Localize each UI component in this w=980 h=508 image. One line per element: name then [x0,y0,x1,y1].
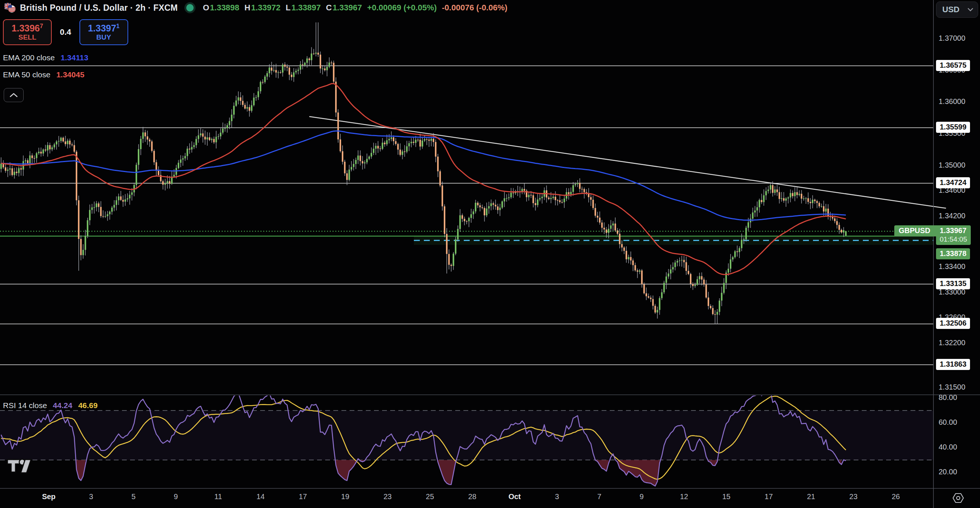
current-price-label: 1.3396701:54:05 [936,225,971,245]
ema200-value: 1.34113 [60,53,88,62]
high-value: 1.33972 [251,3,280,13]
open-value: 1.33898 [210,3,239,13]
time-tick-label: 3 [89,492,93,501]
time-tick-label: 12 [680,492,688,501]
time-tick-label: 23 [849,492,858,501]
chart-header: British Pound / U.S. Dollar · 2h · FXCM … [4,2,508,13]
time-tick-label: 3 [555,492,559,501]
time-tick-label: 23 [383,492,392,501]
chevron-up-icon [10,94,17,97]
buy-button[interactable]: 1.33971 BUY [80,19,128,45]
zone-price-label: 1.33878 [936,248,970,259]
rsi-tick-label: 80.00 [939,393,957,402]
candle-bodies [0,53,846,315]
close-value: 1.33967 [332,3,362,13]
time-tick-label: 19 [341,492,349,501]
current-price-symbol-tag: GBPUSD [894,225,937,236]
time-tick-label: 9 [640,492,644,501]
price-axis[interactable]: 1.370001.365001.360001.355001.350001.346… [934,0,980,489]
time-tick-label: 25 [426,492,434,501]
price-level-label: 1.32506 [936,318,970,329]
price-tick-label: 1.34200 [939,212,965,220]
time-tick-label: 11 [214,492,222,501]
ohlc-readout: O1.33898 H1.33972 L1.33897 C1.33967 +0.0… [203,3,508,13]
bar-countdown: 01:54:05 [940,235,967,243]
chart-canvas[interactable] [0,0,980,508]
bar-change: +0.00069 (+0.05%) [367,3,436,13]
time-tick-label: 14 [256,492,264,501]
time-tick-label: 17 [299,492,307,501]
price-tick-label: 1.37000 [939,34,965,43]
rsi-band-fill [0,410,934,460]
ema50-legend[interactable]: EMA 50 close 1.34045 [3,70,84,79]
axis-settings-button[interactable] [952,492,964,505]
time-tick-label: 15 [722,492,730,501]
price-tick-label: 1.32200 [939,339,965,347]
rsi-oversold-fill [336,460,356,481]
rsi-tick-label: 60.00 [939,418,957,427]
price-level-label: 1.31863 [936,359,970,370]
time-tick-label: Sep [42,492,56,501]
price-tick-label: 1.33400 [939,262,965,271]
ema50-value: 1.34045 [56,70,84,79]
spread-value: 0.4 [60,27,71,37]
price-level-label: 1.33135 [936,278,970,289]
chart-window: British Pound / U.S. Dollar · 2h · FXCM … [0,0,980,508]
ema200-legend[interactable]: EMA 200 close 1.34113 [3,53,88,62]
rsi-oversold-fill [438,460,456,484]
price-tick-label: 1.36000 [939,97,965,106]
collapse-legend-button[interactable] [4,88,24,102]
session-change: -0.00076 (-0.06%) [442,3,508,13]
time-axis[interactable]: Sep35911141719232528Oct379121517212326 [0,489,980,508]
market-status-icon[interactable] [185,2,196,13]
rsi-legend[interactable]: RSI 14 close 44.24 46.69 [3,401,97,410]
rsi-tick-label: 40.00 [939,443,957,451]
tradingview-logo[interactable] [6,457,32,477]
chevron-down-icon [967,8,974,11]
price-level-label: 1.34724 [936,177,970,189]
time-tick-label: 26 [892,492,900,501]
gear-icon [952,492,964,504]
time-tick-label: 5 [132,492,135,501]
rsi-ma-value: 46.69 [78,401,98,410]
currency-pair-flag-icon [4,2,16,13]
price-tick-label: 1.31500 [939,383,965,391]
order-panel: 1.33967 SELL 0.4 1.33971 BUY [3,19,128,45]
currency-selector[interactable]: USD [936,2,978,18]
price-level-label: 1.36575 [936,60,970,71]
ema50-line[interactable] [1,84,846,275]
trendline[interactable] [309,117,946,208]
time-tick-label: 7 [597,492,601,501]
sell-button[interactable]: 1.33967 SELL [3,19,52,45]
time-tick-label: 17 [765,492,773,501]
price-level-label: 1.35599 [936,122,970,133]
time-tick-label: 28 [468,492,476,501]
candle-wicks [1,22,846,324]
symbol-title[interactable]: British Pound / U.S. Dollar · 2h · FXCM [20,3,178,13]
time-tick-label: 9 [174,492,178,501]
time-tick-label: Oct [509,492,521,501]
rsi-value: 44.24 [53,401,72,410]
time-tick-label: 21 [807,492,815,501]
price-tick-label: 1.35000 [939,161,965,169]
low-value: 1.33897 [291,3,321,13]
rsi-tick-label: 20.00 [939,468,957,476]
